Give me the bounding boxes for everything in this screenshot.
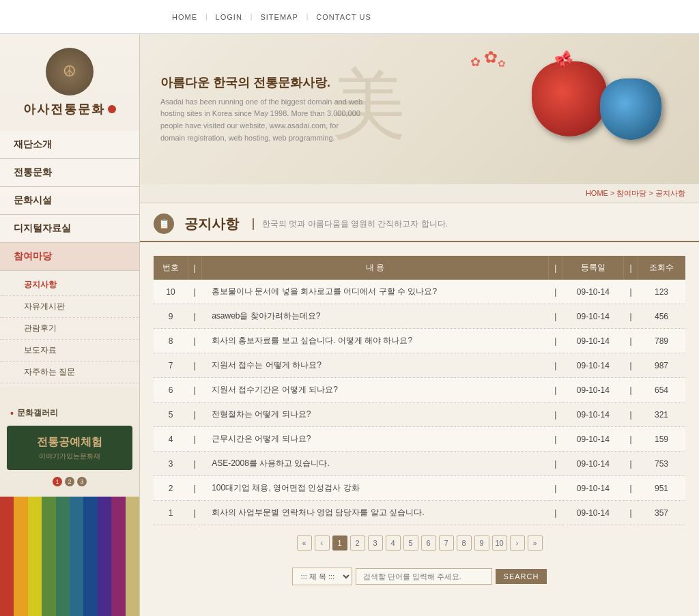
col-header-num: 번호 <box>154 256 188 280</box>
table-row: 1 | 회사의 사업부문별 연락처나 영업 담당자를 알고 싶습니다. | 09… <box>154 501 685 525</box>
cell-sep3: | <box>624 476 638 501</box>
cell-date: 09-10-14 <box>562 476 624 501</box>
color-strip <box>83 497 97 616</box>
sidebar-item-digital[interactable]: 디지털자료실 <box>0 215 139 243</box>
sidebar-item-participation[interactable]: 참여마당 <box>0 243 139 271</box>
nav-login[interactable]: LOGIN <box>208 13 251 21</box>
cell-views: 789 <box>638 329 685 353</box>
color-strip <box>70 497 83 616</box>
cell-sep2: | <box>549 501 562 525</box>
search-input[interactable] <box>356 568 492 585</box>
notice-icon: 📋 <box>158 218 170 229</box>
cell-num: 3 <box>154 452 188 476</box>
cell-content[interactable]: 지원서 접수기간은 어떻게 되나요? <box>201 378 549 402</box>
gallery-image[interactable]: 전통공예체험 이야기가있는문화재 <box>7 426 132 470</box>
cell-date: 09-10-14 <box>562 402 624 427</box>
breadcrumb: HOME > 참여마당 > 공지사항 <box>140 184 699 203</box>
cell-content[interactable]: 전형절차는 어떻게 되나요? <box>201 402 549 427</box>
page-prev-btn[interactable]: ‹ <box>315 536 330 551</box>
page-description: 한국의 멋과 아름다움을 영원히 간직하고자 합니다. <box>253 218 448 230</box>
sidebar-subitem-board[interactable]: 자유게시판 <box>0 296 139 318</box>
cell-content[interactable]: 회사의 사업부문별 연락처나 영업 담당자를 알고 싶습니다. <box>201 501 549 525</box>
flower-icon-2: ✿ <box>484 48 498 67</box>
sidebar-item-jaedan[interactable]: 재단소개 <box>0 131 139 159</box>
page-header: 📋 공지사항 한국의 멋과 아름다움을 영원히 간직하고자 합니다. <box>140 203 699 242</box>
cell-sep3: | <box>624 378 638 402</box>
nav-contact[interactable]: CONTACT US <box>308 13 380 21</box>
nav-home[interactable]: HOME <box>164 13 205 21</box>
search-button[interactable]: SEARCH <box>496 569 547 584</box>
page-next-btn[interactable]: › <box>510 536 525 551</box>
page-last-btn[interactable]: » <box>528 536 543 551</box>
page-btn-9[interactable]: 9 <box>474 536 489 551</box>
nav-sitemap[interactable]: SITEMAP <box>252 13 306 21</box>
cell-date: 09-10-14 <box>562 329 624 353</box>
main-layout: ☮ 아사전통문화 재단소개 전통문화 문화시설 디지털자료실 참여마당 공지사항… <box>0 34 699 616</box>
cell-sep2: | <box>549 427 562 452</box>
cell-views: 753 <box>638 452 685 476</box>
hero-title: 아름다운 한국의 전통문화사랑. <box>160 74 365 91</box>
cell-num: 5 <box>154 402 188 427</box>
cell-sep2: | <box>549 304 562 329</box>
table-row: 4 | 근무시간은 어떻게 되나요? | 09-10-14 | 159 <box>154 427 685 452</box>
cell-content[interactable]: ASE-2008를 사용하고 있습니다. <box>201 452 549 476</box>
page-first-btn[interactable]: « <box>297 536 312 551</box>
page-btn-10[interactable]: 10 <box>492 536 507 551</box>
col-header-date: 등록일 <box>562 256 624 280</box>
cell-content[interactable]: 회사의 홍보자료를 보고 싶습니다. 어떻게 해야 하나요? <box>201 329 549 353</box>
cell-date: 09-10-14 <box>562 378 624 402</box>
sidebar-subitem-press[interactable]: 보도자료 <box>0 340 139 362</box>
search-select[interactable]: ::: 제 목 ::: <box>292 568 352 585</box>
table-row: 9 | asaweb을 찾아가려하는데요? | 09-10-14 | 456 <box>154 304 685 329</box>
cell-views: 456 <box>638 304 685 329</box>
cell-sep2: | <box>549 353 562 378</box>
pagination: « ‹ 1 2 3 4 5 6 7 8 9 10 › » <box>154 525 685 561</box>
cell-sep3: | <box>624 353 638 378</box>
cell-content[interactable]: 근무시간은 어떻게 되나요? <box>201 427 549 452</box>
sidebar-subitem-faq[interactable]: 자주하는 질문 <box>0 362 139 383</box>
page-btn-2[interactable]: 2 <box>350 536 365 551</box>
sidebar-subitem-review[interactable]: 관람후기 <box>0 318 139 340</box>
cell-num: 2 <box>154 476 188 501</box>
breadcrumb-path: HOME > 참여마당 > 공지사항 <box>586 189 685 197</box>
hanbok-bag-red <box>532 61 607 136</box>
cell-sep3: | <box>624 329 638 353</box>
color-strip <box>126 497 139 616</box>
page-btn-3[interactable]: 3 <box>368 536 383 551</box>
hero-decorative: ✿ ✿ ✿ 🎀 <box>446 41 685 177</box>
cell-sep1: | <box>188 329 201 353</box>
color-strip <box>28 497 42 616</box>
page-header-icon: 📋 <box>154 214 174 234</box>
cell-date: 09-10-14 <box>562 452 624 476</box>
gallery-dot-1[interactable]: 1 <box>53 477 62 486</box>
cell-sep2: | <box>549 476 562 501</box>
page-btn-5[interactable]: 5 <box>403 536 418 551</box>
sidebar-item-tradition[interactable]: 전통문화 <box>0 159 139 187</box>
cell-content[interactable]: 100대기업 채용, 영어면접 인성검사 강화 <box>201 476 549 501</box>
gallery-dot-3[interactable]: 3 <box>77 477 87 486</box>
page-btn-7[interactable]: 7 <box>439 536 454 551</box>
cell-sep3: | <box>624 452 638 476</box>
cell-sep1: | <box>188 427 201 452</box>
gallery-dot-2[interactable]: 2 <box>65 477 74 486</box>
cell-sep2: | <box>549 329 562 353</box>
cell-content[interactable]: 홍보물이나 문서에 넣을 회사로고를 어디에서 구할 수 있나요? <box>201 280 549 304</box>
page-btn-1[interactable]: 1 <box>332 536 347 551</box>
cell-date: 09-10-14 <box>562 304 624 329</box>
page-btn-6[interactable]: 6 <box>421 536 436 551</box>
cell-content[interactable]: 지원서 접수는 어떻게 하나요? <box>201 353 549 378</box>
cell-sep1: | <box>188 501 201 525</box>
color-strip <box>42 497 55 616</box>
cell-views: 123 <box>638 280 685 304</box>
hero-text-block: 아름다운 한국의 전통문화사랑. Asadai has been running… <box>160 74 365 144</box>
page-btn-8[interactable]: 8 <box>457 536 472 551</box>
sidebar-subitem-notice[interactable]: 공지사항 <box>0 274 139 296</box>
cell-content[interactable]: asaweb을 찾아가려하는데요? <box>201 304 549 329</box>
sidebar-item-facility[interactable]: 문화시설 <box>0 187 139 215</box>
table-row: 6 | 지원서 접수기간은 어떻게 되나요? | 09-10-14 | 654 <box>154 378 685 402</box>
page-btn-4[interactable]: 4 <box>386 536 401 551</box>
cell-date: 09-10-14 <box>562 427 624 452</box>
color-strip <box>56 497 70 616</box>
table-row: 5 | 전형절차는 어떻게 되나요? | 09-10-14 | 321 <box>154 402 685 427</box>
col-header-content: 내 용 <box>201 256 549 280</box>
